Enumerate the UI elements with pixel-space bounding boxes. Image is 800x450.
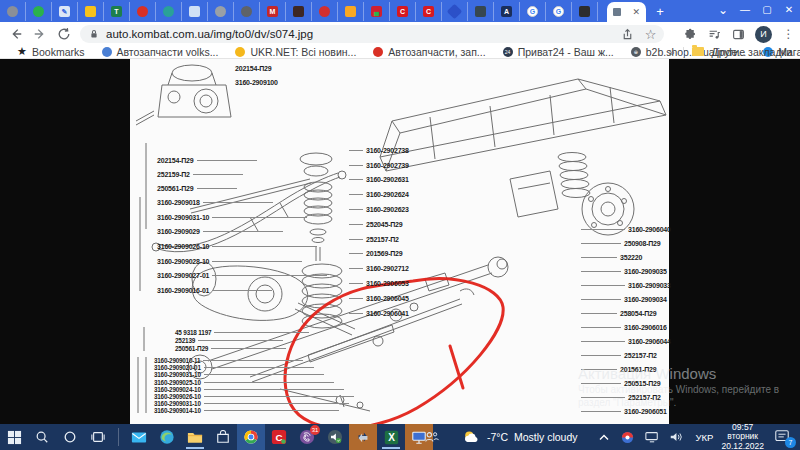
bookmark-label: UKR.NET: Всі новин...: [250, 46, 356, 58]
mail-app[interactable]: [125, 424, 153, 450]
browser-tab[interactable]: T: [104, 2, 130, 21]
part-number-text: 3160-2909026-10: [157, 243, 209, 250]
close-tab-icon[interactable]: ✕: [632, 7, 640, 17]
part-number: 352220: [578, 250, 671, 264]
browser-tab[interactable]: [26, 2, 52, 21]
browser-tab[interactable]: [130, 2, 156, 21]
new-tab-button[interactable]: +: [652, 4, 668, 20]
browser-tab[interactable]: G: [546, 2, 572, 21]
browser-tab[interactable]: [286, 2, 312, 21]
part-number-text: 3160-2909016-01: [157, 287, 209, 294]
url-text[interactable]: auto.kombat.com.ua/img/to0/dv/s074.jpg: [106, 28, 313, 40]
browser-tab[interactable]: A: [494, 2, 520, 21]
language-indicator[interactable]: УКР: [696, 432, 714, 443]
search-button[interactable]: [28, 424, 56, 450]
part-number: 3160-2909028-10: [157, 254, 330, 269]
taskbar-apps: C31X: [0, 424, 433, 450]
leader-line: [349, 150, 363, 151]
leader-line: [203, 202, 273, 203]
browser-tab[interactable]: C: [416, 2, 442, 21]
weather-widget[interactable]: -7°C Mostly cloudy: [462, 430, 578, 445]
side-panel-icon[interactable]: [731, 27, 746, 42]
browser-tab[interactable]: C: [390, 2, 416, 21]
people-icon[interactable]: [424, 429, 440, 445]
clock[interactable]: 09:57 вторник 20.12.2022: [721, 423, 764, 450]
bookmarks-root[interactable]: ★Bookmarks: [17, 46, 85, 58]
volume-tool-app[interactable]: [321, 424, 349, 450]
bookmark-ukrnet[interactable]: UKR.NET: Всі новин...: [235, 46, 356, 58]
maximize-button[interactable]: ▢: [756, 0, 778, 22]
network-display-icon[interactable]: [644, 429, 660, 445]
forward-icon[interactable]: [32, 26, 48, 42]
browser-tab[interactable]: [208, 2, 234, 21]
browser-tab[interactable]: [182, 2, 208, 21]
browser-tab[interactable]: [312, 2, 338, 21]
search-button-icon: [35, 430, 49, 444]
file-explorer-app[interactable]: [181, 424, 209, 450]
browser-tab[interactable]: G: [520, 2, 546, 21]
bookmark-volkswagen[interactable]: Автозапчасти volks...: [102, 46, 219, 58]
edge-app[interactable]: [153, 424, 181, 450]
taskbar: C31X -7°C Mostly cloudy УКР: [0, 424, 800, 450]
browser-tab[interactable]: [468, 2, 494, 21]
parts-diagram-image[interactable]: 202154-П293160-2909100202154-П29252159-П…: [130, 59, 669, 424]
browser-tab-strip: ✎TM▄CCAGG: [0, 0, 800, 22]
tab-search-icon[interactable]: ⌄: [712, 0, 734, 22]
excel-app[interactable]: X: [377, 424, 405, 450]
bookmark-autoparts[interactable]: Автозапчасти, зап...: [373, 46, 485, 58]
extensions-icon[interactable]: [683, 27, 698, 42]
chrome-app[interactable]: [237, 424, 265, 450]
bookmark-star-icon[interactable]: ☆: [643, 27, 658, 42]
leader-line: [204, 382, 334, 383]
share-icon[interactable]: [620, 27, 635, 42]
store-app[interactable]: [209, 424, 237, 450]
browser-tab[interactable]: [78, 2, 104, 21]
part-number: 252139: [175, 336, 312, 344]
bookmarks-overflow-icon[interactable]: »: [669, 46, 675, 58]
system-tray: -7°C Mostly cloudy УКР 09:57 вторник 20.…: [420, 424, 800, 450]
minimize-button[interactable]: —: [734, 0, 756, 22]
viber-app[interactable]: 31: [293, 424, 321, 450]
browser-tab[interactable]: [572, 2, 598, 21]
browser-tab[interactable]: [156, 2, 182, 21]
part-number: 3160-2909027-01: [157, 268, 330, 283]
task-view-button[interactable]: [84, 424, 112, 450]
bookmark-privat24[interactable]: 24Приват24 - Ваш ж...: [503, 46, 614, 58]
part-number: 3160-2909031-10: [154, 400, 357, 407]
start-button[interactable]: [0, 424, 28, 450]
svg-text:X: X: [388, 432, 395, 443]
label-column-left_a: 202154-П29252159-П2250561-П29: [157, 153, 260, 195]
action-center-icon[interactable]: 7: [774, 428, 792, 446]
browser-tab[interactable]: [0, 2, 26, 21]
browser-tab[interactable]: [442, 2, 468, 21]
browser-tab[interactable]: ▄: [364, 2, 390, 21]
leader-line: [197, 160, 257, 161]
leader-line: [349, 253, 363, 254]
menu-dots-icon[interactable]: ⋮: [781, 27, 796, 42]
teal-leaf-favicon: [163, 6, 174, 17]
browser-tab[interactable]: M: [260, 2, 286, 21]
browser-tray-icon[interactable]: [620, 429, 636, 445]
tray-expand-icon[interactable]: [596, 429, 612, 445]
browser-tab[interactable]: [338, 2, 364, 21]
leader-line: [214, 332, 309, 333]
profile-avatar[interactable]: И: [755, 26, 772, 43]
browser-tab[interactable]: ✎: [52, 2, 78, 21]
total-commander-app[interactable]: [349, 424, 377, 450]
reload-icon[interactable]: [56, 26, 72, 42]
ccleaner-app[interactable]: C: [265, 424, 293, 450]
toolbar-right: И ⋮: [683, 22, 796, 46]
back-icon[interactable]: [8, 26, 24, 42]
red-c-favicon: C: [397, 6, 408, 17]
address-bar[interactable]: auto.kombat.com.ua/img/to0/dv/s074.jpg ☆: [80, 25, 664, 43]
active-tab[interactable]: ✕: [607, 2, 646, 22]
close-button[interactable]: ✕: [778, 0, 800, 22]
cortana-button[interactable]: [56, 424, 84, 450]
part-number-text: 3160-2902624: [366, 191, 409, 198]
volume-icon[interactable]: [668, 429, 684, 445]
part-number-text: 3160-2909100: [235, 79, 278, 86]
media-controls-icon[interactable]: [707, 27, 722, 42]
browser-tab[interactable]: [234, 2, 260, 21]
globe-favicon: [7, 6, 18, 17]
other-bookmarks[interactable]: Другие закладки: [712, 46, 792, 58]
